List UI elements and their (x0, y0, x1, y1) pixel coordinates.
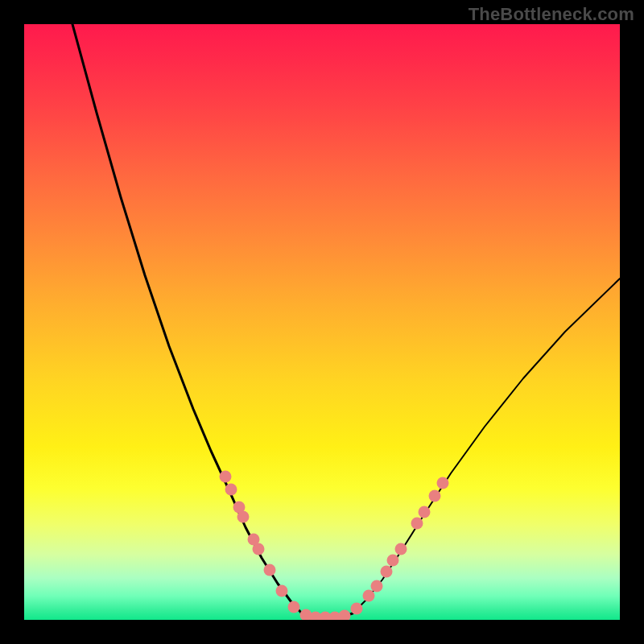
data-marker (419, 506, 431, 518)
plot-area (24, 24, 620, 620)
data-marker (264, 564, 276, 576)
data-marker (395, 543, 407, 555)
data-marker (339, 610, 351, 621)
data-marker (253, 543, 265, 555)
data-marker (351, 603, 363, 615)
data-marker (363, 590, 375, 602)
data-marker (276, 585, 288, 597)
series-group (72, 24, 620, 617)
data-marker (381, 566, 393, 578)
marker-group (220, 471, 449, 621)
chart-svg (24, 24, 620, 620)
watermark-text: TheBottleneck.com (469, 4, 634, 25)
data-marker (237, 511, 250, 523)
data-marker (288, 601, 300, 613)
data-marker (429, 490, 441, 502)
data-marker (387, 555, 399, 567)
chart-frame: TheBottleneck.com (0, 0, 644, 644)
data-marker (437, 477, 449, 489)
data-marker (225, 484, 237, 496)
data-marker (371, 580, 383, 592)
data-marker (411, 518, 423, 530)
data-marker (220, 471, 232, 483)
series-left-curve (72, 24, 302, 613)
